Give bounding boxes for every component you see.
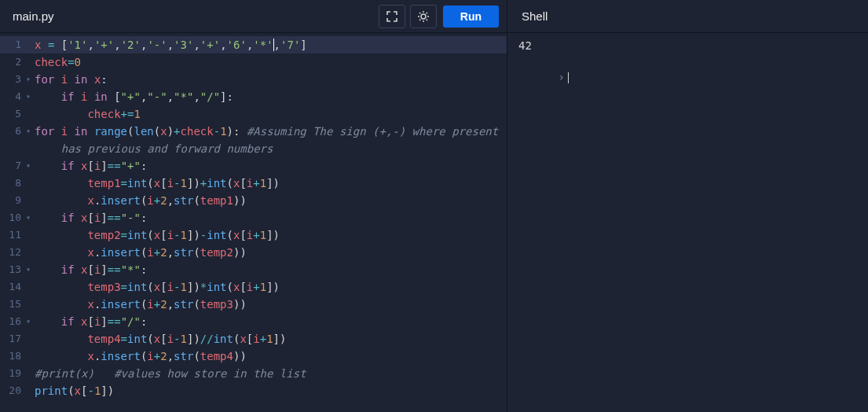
code-content: x = ['1','+','2','-','3','+','6','*','7'… — [33, 36, 307, 53]
code-content: x.insert(i+2,str(temp3)) — [33, 296, 247, 313]
code-line[interactable]: 5 check+=1 — [0, 105, 507, 123]
code-line[interactable]: 8 temp1=int(x[i-1])+int(x[i+1]) — [0, 175, 507, 192]
code-line[interactable]: 10▾ if x[i]=="-": — [0, 209, 507, 226]
editor-pane: main.py Run 1x = ['1','+','2','-','3','+… — [0, 0, 507, 412]
line-number: 17 — [0, 330, 24, 348]
line-number: 5 — [0, 105, 24, 123]
editor-header: main.py Run — [0, 0, 507, 33]
code-line[interactable]: 16▾ if x[i]=="/": — [0, 313, 507, 330]
line-number: 6 — [0, 123, 24, 140]
line-number: 9 — [0, 192, 24, 209]
code-line[interactable]: 6▾for i in range(len(x)+check-1): #Assum… — [0, 123, 507, 140]
code-line[interactable]: 2check=0 — [0, 53, 507, 71]
fold-toggle[interactable]: ▾ — [24, 313, 33, 330]
fullscreen-icon — [386, 10, 398, 23]
line-number: 2 — [0, 53, 24, 71]
line-number: 3 — [0, 71, 24, 88]
line-number: 15 — [0, 296, 24, 313]
code-content: temp4=int(x[i-1])//int(x[i+1]) — [33, 330, 286, 348]
code-content: temp2=int(x[i-1])-int(x[i+1]) — [33, 226, 280, 244]
code-line[interactable]: 12 x.insert(i+2,str(temp2)) — [0, 244, 507, 261]
sun-icon — [417, 10, 430, 23]
code-line[interactable]: 4▾ if i in ["+","-","*","/"]: — [0, 88, 507, 105]
theme-button[interactable] — [410, 5, 437, 28]
line-number: 20 — [0, 382, 24, 399]
code-line[interactable]: 18 x.insert(i+2,str(temp4)) — [0, 348, 507, 365]
line-number: 13 — [0, 261, 24, 278]
code-editor[interactable]: 1x = ['1','+','2','-','3','+','6','*','7… — [0, 33, 507, 412]
code-content: if x[i]=="/": — [33, 313, 147, 330]
line-number: 7 — [0, 157, 24, 175]
code-content: temp1=int(x[i-1])+int(x[i+1]) — [33, 175, 280, 192]
line-number: 1 — [0, 36, 24, 53]
code-content: #print(x) #values how store in the list — [33, 365, 306, 382]
line-number: 4 — [0, 88, 24, 105]
code-line[interactable]: 3▾for i in x: — [0, 71, 507, 88]
code-line[interactable]: 17 temp4=int(x[i-1])//int(x[i+1]) — [0, 330, 507, 348]
shell-tab[interactable]: Shell — [507, 0, 868, 33]
code-content: check=0 — [33, 53, 81, 71]
code-line[interactable]: 20print(x[-1]) — [0, 382, 507, 399]
shell-prompt[interactable]: › — [518, 53, 857, 101]
fold-toggle[interactable]: ▾ — [24, 261, 33, 278]
shell-output[interactable]: 42 › — [507, 33, 868, 412]
code-content: temp3=int(x[i-1])*int(x[i+1]) — [33, 278, 280, 296]
code-content: for i in x: — [33, 71, 108, 88]
line-number: 10 — [0, 209, 24, 226]
fullscreen-button[interactable] — [379, 5, 405, 28]
code-content: if i in ["+","-","*","/"]: — [33, 88, 233, 105]
code-content: check+=1 — [33, 105, 141, 123]
code-content: has previous and forward numbers — [33, 140, 273, 157]
line-number: 12 — [0, 244, 24, 261]
fold-toggle[interactable]: ▾ — [24, 88, 33, 105]
line-number: 19 — [0, 365, 24, 382]
line-number: 16 — [0, 313, 24, 330]
code-content: if x[i]=="+": — [33, 157, 147, 175]
line-number: 18 — [0, 348, 24, 365]
line-number: 8 — [0, 175, 24, 192]
code-content: x.insert(i+2,str(temp1)) — [33, 192, 247, 209]
editor-cursor — [273, 39, 274, 51]
svg-point-0 — [421, 14, 426, 19]
code-line[interactable]: 19#print(x) #values how store in the lis… — [0, 365, 507, 382]
shell-output-line: 42 — [518, 38, 857, 53]
code-content: print(x[-1]) — [33, 382, 114, 399]
shell-pane: Shell 42 › — [507, 0, 868, 412]
shell-cursor — [568, 72, 569, 83]
fold-toggle[interactable]: ▾ — [24, 209, 33, 226]
run-button[interactable]: Run — [443, 6, 499, 28]
code-line[interactable]: 14 temp3=int(x[i-1])*int(x[i+1]) — [0, 278, 507, 296]
fold-toggle[interactable]: ▾ — [24, 123, 33, 140]
fold-toggle[interactable]: ▾ — [24, 157, 33, 175]
fold-toggle[interactable]: ▾ — [24, 71, 33, 88]
code-content: if x[i]=="*": — [33, 261, 147, 278]
line-number: 14 — [0, 278, 24, 296]
code-content: x.insert(i+2,str(temp2)) — [33, 244, 247, 261]
code-content: x.insert(i+2,str(temp4)) — [33, 348, 247, 365]
code-content: for i in range(len(x)+check-1): #Assumin… — [33, 123, 505, 140]
prompt-glyph: › — [559, 71, 565, 83]
code-line[interactable]: 13▾ if x[i]=="*": — [0, 261, 507, 278]
code-line[interactable]: 9 x.insert(i+2,str(temp1)) — [0, 192, 507, 209]
code-line[interactable]: 15 x.insert(i+2,str(temp3)) — [0, 296, 507, 313]
code-line[interactable]: 11 temp2=int(x[i-1])-int(x[i+1]) — [0, 226, 507, 244]
code-content: if x[i]=="-": — [33, 209, 147, 226]
code-line[interactable]: 1x = ['1','+','2','-','3','+','6','*','7… — [0, 36, 507, 53]
code-line[interactable]: 7▾ if x[i]=="+": — [0, 157, 507, 175]
file-tab-main[interactable]: main.py — [0, 0, 67, 32]
code-line[interactable]: has previous and forward numbers — [0, 140, 507, 157]
line-number: 11 — [0, 226, 24, 244]
